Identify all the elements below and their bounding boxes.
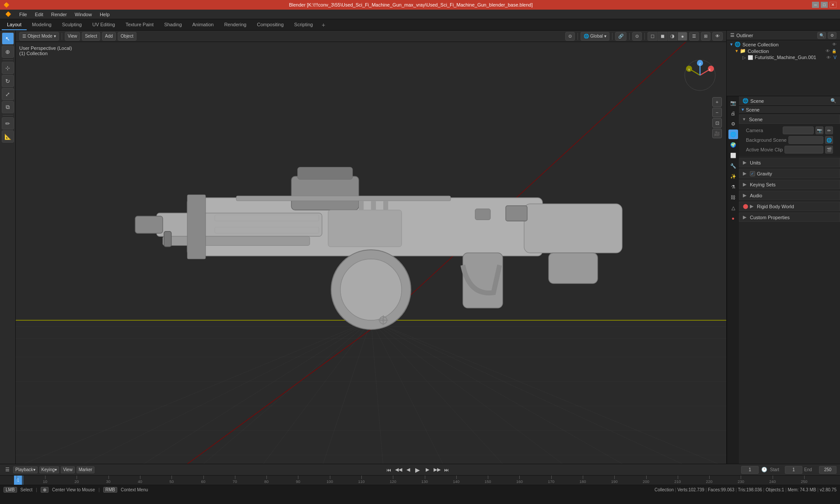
viewport-mode-dropdown[interactable]: ☰ Object Mode ▾ (19, 32, 59, 41)
rigid-body-section-header[interactable]: ⬤ ▶ Rigid Body World (739, 202, 840, 211)
tl-marker-menu[interactable]: Marker (77, 466, 94, 473)
tl-next-frame[interactable]: ▶ (424, 466, 431, 474)
tab-layout[interactable]: Layout (2, 19, 27, 30)
tl-next-key[interactable]: ▶▶ (433, 466, 441, 474)
viewport[interactable]: ☰ Object Mode ▾ View Select Add Object ⊙ (16, 31, 726, 464)
menu-window[interactable]: Window (71, 11, 95, 18)
scene-section-header[interactable]: ▾ Scene (739, 115, 840, 124)
camera-edit-btn[interactable]: ✏ (825, 126, 833, 134)
scene-collection-eye[interactable]: 👁 (832, 42, 836, 47)
outliner-filter-btn[interactable]: ⚙ (828, 32, 836, 39)
viewport-proportional-edit[interactable]: ⊙ (632, 32, 642, 41)
prop-tab-data[interactable]: △ (728, 203, 738, 213)
viewport-proportional[interactable]: ⊙ (565, 32, 575, 41)
tab-add-button[interactable]: + (318, 19, 329, 30)
tool-scale[interactable]: ⤢ (2, 88, 14, 100)
prop-tab-particles[interactable]: ✨ (728, 172, 738, 181)
tool-move[interactable]: ⊹ (2, 62, 14, 74)
shading-material[interactable]: ◑ (668, 32, 677, 41)
prop-tab-view-layer[interactable]: ⚙ (728, 119, 738, 129)
tool-select[interactable]: ↖ (2, 32, 14, 45)
tab-scripting[interactable]: Scripting (289, 19, 318, 30)
camera-icon-btn[interactable]: 📷 (816, 126, 823, 134)
viewport-canvas[interactable]: X Y Z + − ⊡ 🎥 (16, 42, 726, 464)
tl-end-frame[interactable]: 250 (819, 466, 836, 474)
menu-edit[interactable]: Edit (32, 11, 47, 18)
viewport-vr-toggle[interactable]: 👁 (712, 32, 723, 41)
bg-scene-icon-btn[interactable]: 🌐 (825, 136, 833, 144)
viewport-snap[interactable]: 🔗 (615, 32, 626, 41)
tab-sculpting[interactable]: Sculpting (57, 19, 87, 30)
custom-props-header[interactable]: ▶ Custom Properties (739, 213, 840, 222)
tl-prev-frame[interactable]: ◀ (404, 466, 412, 474)
tool-cursor[interactable]: ⊕ (2, 46, 14, 58)
viewport-zoom-in[interactable]: + (712, 97, 722, 107)
tl-jump-start[interactable]: ⏮ (385, 466, 393, 474)
collection-lock[interactable]: 🔒 (832, 49, 836, 53)
outliner-gun-object[interactable]: ▷ ⬜ Futuristic_Machine_Gun.001 👁 V (727, 54, 840, 60)
viewport-zoom-all[interactable]: ⊡ (712, 118, 722, 128)
outliner-search-btn[interactable]: 🔍 (817, 32, 826, 39)
minimize-button[interactable]: ─ (812, 2, 819, 8)
tool-measure[interactable]: 📐 (2, 130, 14, 143)
menu-help[interactable]: Help (96, 11, 113, 18)
gravity-checkbox[interactable] (750, 171, 755, 176)
viewport-object-menu[interactable]: Object (118, 32, 136, 41)
viewport-camera-view[interactable]: 🎥 (712, 129, 722, 138)
prop-tab-object[interactable]: ⬜ (728, 150, 738, 160)
units-section-header[interactable]: ▶ Units (739, 158, 840, 167)
outliner-collection[interactable]: ▾ 📁 Collection 👁 🔒 (727, 48, 840, 54)
tab-animation[interactable]: Animation (187, 19, 219, 30)
menu-render[interactable]: Render (48, 11, 70, 18)
shading-wireframe[interactable]: ◻ (648, 32, 657, 41)
tab-shading[interactable]: Shading (159, 19, 187, 30)
prop-tab-world[interactable]: 🌍 (728, 140, 738, 150)
prop-tab-render[interactable]: 📷 (728, 98, 738, 108)
tl-start-frame[interactable]: 1 (785, 466, 802, 474)
gravity-section-header[interactable]: ▶ Gravity (739, 169, 840, 178)
gun-eye[interactable]: 👁 (826, 55, 831, 60)
shading-solid[interactable]: ◼ (658, 32, 667, 41)
properties-search-btn[interactable]: 🔍 (830, 98, 836, 104)
bg-scene-value[interactable] (788, 136, 823, 144)
audio-section-header[interactable]: ▶ Audio (739, 191, 840, 200)
viewport-zoom-out[interactable]: − (712, 108, 722, 117)
tool-transform[interactable]: ⧉ (2, 101, 14, 113)
outliner-scene-collection[interactable]: ▾ 🌐 Scene Collection 👁 (727, 41, 840, 48)
timeline-scrubber[interactable]: 1 10203040506070809010011012013014015016… (0, 475, 840, 485)
close-button[interactable]: ✕ (830, 2, 836, 8)
movie-clip-value[interactable] (784, 146, 823, 154)
viewport-view-menu[interactable]: View (65, 32, 80, 41)
menu-file[interactable]: File (16, 11, 31, 18)
tab-texture-paint[interactable]: Texture Paint (120, 19, 159, 30)
viewport-gizmo-toggle[interactable]: ⊞ (701, 32, 710, 41)
prop-tab-modifier[interactable]: 🔧 (728, 161, 738, 171)
tab-modeling[interactable]: Modeling (27, 19, 57, 30)
prop-tab-physics[interactable]: ⚗ (728, 182, 738, 192)
tab-uv-editing[interactable]: UV Editing (87, 19, 120, 30)
keying-sets-section-header[interactable]: ▶ Keying Sets (739, 180, 840, 189)
prop-tab-output[interactable]: 🖨 (728, 108, 738, 118)
prop-tab-material[interactable]: ● (728, 214, 738, 223)
maximize-button[interactable]: □ (821, 2, 828, 8)
tool-rotate[interactable]: ↻ (2, 75, 14, 87)
movie-clip-icon-btn[interactable]: 🎬 (825, 146, 833, 154)
menu-blender[interactable]: 🔶 (2, 10, 15, 18)
viewport-transform-global[interactable]: 🌐 Global ▾ (581, 32, 609, 41)
collection-eye[interactable]: 👁 (826, 49, 830, 53)
tab-compositing[interactable]: Compositing (252, 19, 289, 30)
tl-menu-btn[interactable]: ☰ (4, 466, 11, 474)
viewport-add-menu[interactable]: Add (102, 32, 116, 41)
tl-playback-menu[interactable]: Playback ▾ (13, 466, 38, 473)
tl-current-frame[interactable]: 1 (741, 466, 759, 474)
tab-rendering[interactable]: Rendering (219, 19, 252, 30)
tl-play-pause[interactable]: ▶ (414, 466, 422, 474)
prop-tab-scene[interactable]: 🌐 (728, 130, 738, 139)
viewport-overlay-toggle[interactable]: ☰ (689, 32, 699, 41)
prop-tab-constraints[interactable]: ⛓ (728, 192, 738, 202)
tl-jump-end[interactable]: ⏭ (443, 466, 451, 474)
viewport-select-menu[interactable]: Select (82, 32, 100, 41)
tool-annotate[interactable]: ✏ (2, 117, 14, 130)
tl-prev-key[interactable]: ◀◀ (395, 466, 402, 474)
timeline-bar[interactable]: 1 10203040506070809010011012013014015016… (0, 476, 840, 485)
